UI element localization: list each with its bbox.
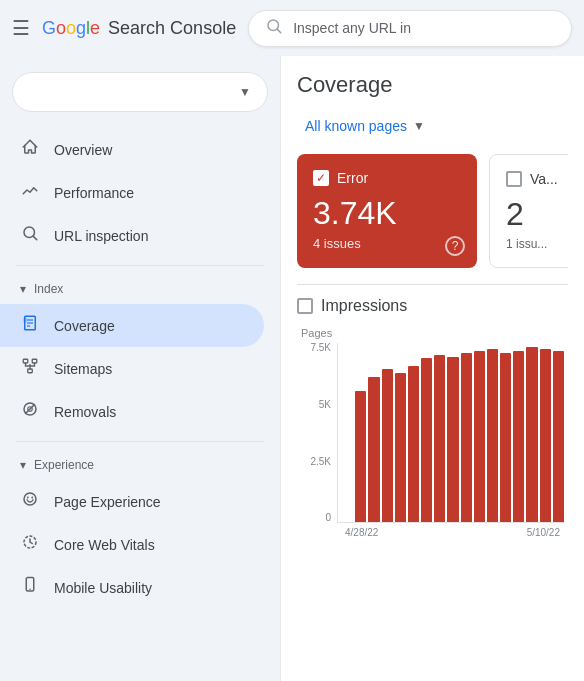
sidebar-item-label-removals: Removals <box>54 404 116 420</box>
sidebar-item-mobile-usability[interactable]: Mobile Usability <box>0 566 264 609</box>
valid-card[interactable]: Va... 2 1 issu... <box>489 154 568 268</box>
svg-rect-8 <box>23 318 27 323</box>
svg-point-20 <box>29 588 31 590</box>
sidebar-item-coverage[interactable]: Coverage <box>0 304 264 347</box>
sidebar-item-label-page-experience: Page Experience <box>54 494 161 510</box>
chart-container: Pages 7.5K 5K 2.5K 0 4/28/22 5/10/22 <box>297 327 568 538</box>
logo: Google Search Console <box>42 18 236 39</box>
chart-y-label: Pages <box>301 327 564 339</box>
valid-card-label: Va... <box>530 171 558 187</box>
chart-bar <box>513 351 524 522</box>
error-card-label: Error <box>337 170 368 186</box>
sidebar-item-performance[interactable]: Performance <box>0 171 264 214</box>
valid-card-checkbox[interactable] <box>506 171 522 187</box>
search-bar[interactable]: Inspect any URL in <box>248 10 572 47</box>
sidebar: ▼ Overview Performance <box>0 56 280 681</box>
impressions-section: Impressions Pages 7.5K 5K 2.5K 0 4/28/22 <box>297 284 568 538</box>
chart-bar <box>500 353 511 523</box>
chart-y-tick-0: 7.5K <box>301 343 331 353</box>
chart-bar <box>474 351 485 522</box>
main-layout: ▼ Overview Performance <box>0 56 584 681</box>
error-card-value: 3.74K <box>313 194 461 232</box>
chart-x-labels: 4/28/22 5/10/22 <box>341 527 564 538</box>
impressions-label: Impressions <box>321 297 407 315</box>
sidebar-item-core-web-vitals[interactable]: Core Web Vitals <box>0 523 264 566</box>
chart-bar <box>526 347 537 522</box>
page-experience-icon <box>20 490 40 513</box>
chart-bar <box>461 353 472 523</box>
svg-line-1 <box>278 29 281 32</box>
sidebar-item-label-url-inspection: URL inspection <box>54 228 148 244</box>
valid-card-issues: 1 issu... <box>506 237 568 251</box>
section-experience[interactable]: ▾ Experience <box>0 450 280 480</box>
coverage-icon <box>20 314 40 337</box>
svg-line-13 <box>26 405 35 414</box>
sidebar-item-sitemaps[interactable]: Sitemaps <box>0 347 264 390</box>
chart-bar <box>553 351 564 522</box>
impressions-checkbox[interactable] <box>297 298 313 314</box>
search-placeholder-text: Inspect any URL in <box>293 20 411 36</box>
property-selector[interactable]: ▼ <box>12 72 268 112</box>
chart-y-tick-1: 5K <box>301 400 331 410</box>
main-content: Coverage All known pages ▼ ✓ Error 3.74K… <box>280 56 584 681</box>
logo-product: Search Console <box>108 18 236 39</box>
error-card-checkbox[interactable]: ✓ <box>313 170 329 186</box>
search-icon <box>265 17 283 40</box>
section-index-arrow: ▾ <box>20 282 26 296</box>
error-card[interactable]: ✓ Error 3.74K 4 issues ? <box>297 154 477 268</box>
chart-bar <box>408 366 419 523</box>
home-icon <box>20 138 40 161</box>
section-index-label: Index <box>34 282 63 296</box>
header: ☰ Google Search Console Inspect any URL … <box>0 0 584 56</box>
chart-x-tick-0: 4/28/22 <box>345 527 378 538</box>
filter-dropdown-arrow: ▼ <box>413 119 425 133</box>
sidebar-item-overview[interactable]: Overview <box>0 128 264 171</box>
hamburger-icon[interactable]: ☰ <box>12 16 30 40</box>
error-card-header: ✓ Error <box>313 170 461 186</box>
cards-row: ✓ Error 3.74K 4 issues ? Va... 2 1 issu.… <box>297 154 568 268</box>
svg-point-16 <box>27 497 29 499</box>
error-card-sub: 4 issues <box>313 236 461 251</box>
sidebar-item-label-mobile-usability: Mobile Usability <box>54 580 152 596</box>
chart-y-axis: 7.5K 5K 2.5K 0 <box>301 343 337 523</box>
chart-bar <box>368 377 379 523</box>
performance-icon <box>20 181 40 204</box>
logo-google: Google <box>42 18 100 39</box>
sidebar-item-label-sitemaps: Sitemaps <box>54 361 112 377</box>
chart-bar <box>434 355 445 523</box>
property-dropdown-arrow: ▼ <box>239 85 251 99</box>
sidebar-item-label-overview: Overview <box>54 142 112 158</box>
error-card-help[interactable]: ? <box>445 236 465 256</box>
chart-y-tick-2: 2.5K <box>301 457 331 467</box>
filter-button[interactable]: All known pages ▼ <box>297 114 433 138</box>
divider-2 <box>16 441 264 442</box>
removals-icon <box>20 400 40 423</box>
sidebar-item-label-core-web-vitals: Core Web Vitals <box>54 537 155 553</box>
chart-x-tick-1: 5/10/22 <box>527 527 560 538</box>
svg-line-3 <box>33 236 36 239</box>
section-experience-arrow: ▾ <box>20 458 26 472</box>
chart-bar <box>382 369 393 522</box>
svg-point-17 <box>31 497 33 499</box>
sitemaps-icon <box>20 357 40 380</box>
impressions-header: Impressions <box>297 297 568 315</box>
sidebar-item-label-performance: Performance <box>54 185 134 201</box>
section-experience-label: Experience <box>34 458 94 472</box>
section-index[interactable]: ▾ Index <box>0 274 280 304</box>
url-inspection-icon <box>20 224 40 247</box>
chart-y-tick-3: 0 <box>301 513 331 523</box>
sidebar-item-removals[interactable]: Removals <box>0 390 264 433</box>
chart-bars <box>337 343 564 523</box>
filter-bar: All known pages ▼ <box>297 114 568 138</box>
valid-card-value: 2 <box>506 195 568 233</box>
mobile-usability-icon <box>20 576 40 599</box>
sidebar-item-page-experience[interactable]: Page Experience <box>0 480 264 523</box>
core-web-vitals-icon <box>20 533 40 556</box>
chart-bar <box>395 373 406 522</box>
filter-label: All known pages <box>305 118 407 134</box>
sidebar-item-url-inspection[interactable]: URL inspection <box>0 214 264 257</box>
chart-bar <box>421 358 432 522</box>
chart-bar <box>447 357 458 523</box>
valid-card-header: Va... <box>506 171 568 187</box>
chart-bar <box>540 349 551 522</box>
